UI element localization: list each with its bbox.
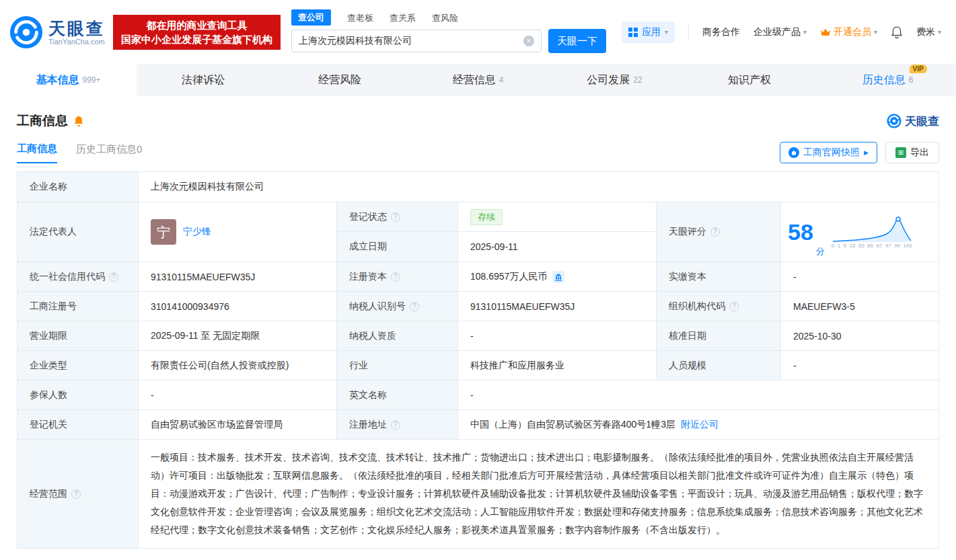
label-registration-authority: 登记机关	[17, 410, 139, 440]
search-input[interactable]	[299, 36, 523, 46]
score-value[interactable]: 58	[788, 221, 813, 243]
chevron-down-icon: ▾	[874, 28, 877, 36]
business-cooperation-link[interactable]: 商务合作	[702, 26, 740, 38]
brand-domain: TianYanCha.com	[48, 38, 105, 46]
value-business-term: 2025-09-11 至 无固定期限	[139, 321, 337, 351]
label-organization-code: 组织机构代码 ?	[657, 292, 781, 321]
tab-basic-info[interactable]: 基本信息 999+	[0, 64, 137, 96]
enterprise-products-link[interactable]: 企业级产品 ▾	[753, 26, 807, 38]
score-curve	[832, 216, 912, 243]
tab-legal-litigation[interactable]: 法律诉讼	[137, 64, 273, 96]
clear-search-icon[interactable]: ×	[523, 36, 534, 46]
tab-operation-risk[interactable]: 经营风险	[273, 64, 410, 96]
label-staff-size: 人员规模	[657, 351, 781, 381]
business-info-table: 企业名称 上海次元模因科技有限公司 法定代表人 宁 宁少锋 登记状态 ? 存续 …	[17, 171, 939, 549]
apps-label: 应用	[642, 26, 661, 38]
value-registration-status: 存续	[458, 202, 657, 232]
value-registered-address: 中国（上海）自由贸易试验区芳春路400号1幢3层 附近公司	[458, 410, 939, 440]
label-company-type: 企业类型	[17, 351, 139, 381]
help-icon[interactable]: ?	[391, 212, 400, 222]
subtabs-row: 工商信息 历史工商信息0 工商官网快照 ▶ 导出	[0, 130, 956, 163]
label-legal-representative: 法定代表人	[17, 202, 139, 262]
tab-operation-info[interactable]: 经营信息 4	[410, 64, 546, 96]
orange-bell-icon	[73, 115, 84, 127]
label-company-name: 企业名称	[17, 172, 139, 202]
value-taxpayer-id: 91310115MAEUEFW35J	[458, 292, 657, 321]
bell-icon	[891, 26, 903, 39]
legal-rep-avatar[interactable]: 宁	[151, 219, 176, 245]
nearby-companies-link[interactable]: 附近公司	[681, 419, 719, 431]
help-icon[interactable]: ?	[71, 489, 81, 499]
tianyancha-logo[interactable]: 天眼查 TianYanCha.com	[9, 15, 105, 49]
apps-button[interactable]: 应用 ▾	[622, 22, 675, 43]
value-approval-date: 2025-10-30	[781, 321, 939, 351]
tab-history-info[interactable]: 历史信息 VIP 6	[819, 64, 956, 96]
search-tab-relation[interactable]: 查关系	[390, 12, 416, 26]
value-registration-authority: 自由贸易试验区市场监督管理局	[139, 410, 337, 440]
value-insured-count: -	[139, 381, 337, 410]
bank-icon[interactable]	[552, 271, 564, 283]
tianyancha-watermark: 天眼查	[887, 114, 939, 129]
label-tianyan-score: 天眼评分 ?	[657, 202, 781, 262]
value-company-name: 上海次元模因科技有限公司	[139, 172, 939, 202]
header-right-menu: 应用 ▾ 商务合作 企业级产品 ▾ 开通会员 ▾ 费米 ▾	[622, 22, 941, 43]
search-tab-boss[interactable]: 查老板	[347, 12, 373, 26]
excel-export-icon	[895, 147, 906, 158]
value-paid-capital: -	[781, 262, 939, 292]
search-tabs: 查公司 查老板 查关系 查风险	[291, 11, 606, 26]
section-title: 工商信息	[17, 112, 68, 130]
tianyancha-mini-icon	[887, 114, 902, 128]
search-box: ×	[291, 30, 542, 52]
monitor-bell-button[interactable]	[73, 115, 84, 127]
value-organization-code: MAEUEFW3-5	[781, 292, 939, 321]
crown-icon	[820, 28, 831, 37]
main-nav: 基本信息 999+ 法律诉讼 经营风险 经营信息 4 公司发展 22 知识产权 …	[0, 64, 956, 96]
vip-badge: VIP	[910, 65, 927, 73]
value-tianyan-score: 58 分 015155085879799100	[781, 202, 939, 262]
label-insured-count: 参保人数	[17, 381, 139, 410]
value-taxpayer-qualification: -	[458, 321, 657, 351]
chevron-down-icon: ▾	[938, 28, 941, 36]
status-badge: 存续	[470, 209, 503, 225]
search-tab-risk[interactable]: 查风险	[432, 12, 458, 26]
subtab-history-business-info[interactable]: 历史工商信息0	[76, 143, 142, 163]
tianyancha-logo-icon	[9, 15, 43, 49]
top-header: 天眼查 TianYanCha.com 都在用的商业查询工具 国家中小企业发展子基…	[0, 0, 956, 64]
value-company-type: 有限责任公司(自然人投资或控股)	[139, 351, 337, 381]
tab-intellectual-property[interactable]: 知识产权	[683, 64, 819, 96]
username: 费米	[916, 26, 935, 38]
subtab-business-info[interactable]: 工商信息	[17, 143, 57, 163]
value-registration-number: 310141000934976	[139, 292, 337, 321]
help-icon[interactable]: ?	[410, 302, 419, 311]
search-tab-company[interactable]: 查公司	[291, 9, 331, 26]
notification-bell-button[interactable]	[891, 26, 903, 39]
export-button[interactable]: 导出	[885, 142, 939, 163]
score-distribution-chart: 015155085879799100	[832, 216, 912, 249]
brand-name: 天眼查	[48, 19, 105, 38]
help-icon[interactable]: ?	[729, 302, 739, 311]
help-icon[interactable]: ?	[391, 420, 400, 430]
label-registration-number: 工商注册号	[17, 292, 139, 321]
label-industry: 行业	[337, 351, 458, 381]
official-snapshot-button[interactable]: 工商官网快照 ▶	[780, 142, 877, 163]
search-button[interactable]: 天眼一下	[548, 29, 606, 53]
value-english-name: -	[458, 381, 939, 410]
score-chart-ticks: 015155085879799100	[832, 243, 912, 249]
help-icon[interactable]: ?	[710, 227, 720, 237]
chevron-down-icon: ▾	[665, 28, 668, 36]
open-vip-link[interactable]: 开通会员 ▾	[820, 26, 877, 38]
tab-company-development[interactable]: 公司发展 22	[546, 64, 683, 96]
label-registration-status: 登记状态 ?	[337, 202, 458, 232]
search-area: 查公司 查老板 查关系 查风险 × 天眼一下	[291, 11, 606, 53]
help-icon[interactable]: ?	[109, 272, 118, 282]
score-unit: 分	[816, 245, 825, 257]
legal-rep-name-link[interactable]: 宁少锋	[183, 226, 211, 238]
divider	[688, 26, 689, 39]
promo-line-1: 都在用的商业查询工具	[121, 18, 272, 32]
help-icon[interactable]: ?	[391, 272, 400, 282]
label-taxpayer-qualification: 纳税人资质	[337, 321, 458, 351]
user-menu[interactable]: 费米 ▾	[916, 26, 941, 38]
value-registered-capital: 108.6957万人民币	[458, 262, 657, 292]
label-business-term: 营业期限	[17, 321, 139, 351]
value-establish-date: 2025-09-11	[458, 232, 657, 262]
